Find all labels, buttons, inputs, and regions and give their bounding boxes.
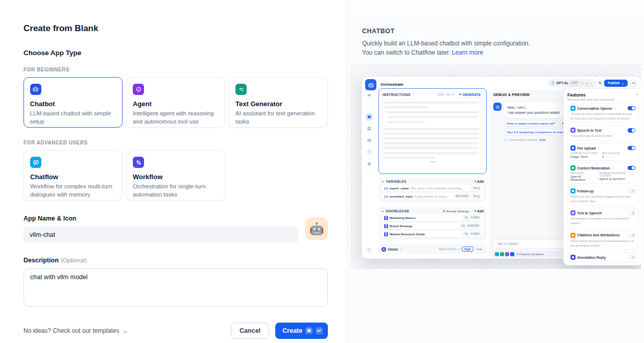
app-type-card-chatflow[interactable]: Chatflow Workflow for complex multi-turn… [23, 150, 123, 201]
knowledge-row: Market Research Guide HQ · HYBRID [381, 231, 484, 237]
generate-label: GENERATE [462, 93, 481, 96]
feature-desc: Show source document and attributed sect… [570, 239, 635, 248]
notes-icon: ▤ [366, 137, 373, 144]
app-type-description: Intelligent agent with reasoning and aut… [133, 109, 219, 126]
app-icon-picker[interactable]: 🤖 [305, 217, 328, 240]
history-icon: ⟲ [630, 80, 637, 86]
feature-title: Content Moderation [577, 166, 610, 170]
feature-toggle [628, 106, 635, 111]
feature-toggle [628, 233, 635, 238]
feature-title: Speech to Text [577, 129, 602, 132]
app-type-card-text-generator[interactable]: Text Generator AI assistant for text gen… [229, 77, 328, 128]
app-type-card-chatbot[interactable]: Chatbot LLM-based chatbot with simple se… [23, 77, 123, 128]
knowledge-tag: HQ · INVERTED [460, 224, 481, 228]
model-provider-icon [551, 81, 555, 85]
app-type-card-workflow[interactable]: Workflow Orchestration for single-turn a… [126, 150, 225, 201]
create-button[interactable]: Create ⌘ ↵ [275, 323, 328, 339]
app-type-description: Workflow for complex multi-turn dialogue… [30, 182, 116, 199]
rerank-settings-button: ⇅ Rerank Settings [443, 209, 469, 213]
knowledge-section: ⌄ KNOWLEDGE ⇅ Rerank Settings + Add Mark… [378, 207, 487, 240]
section-for-advanced-users: FOR ADVANCED USERS [23, 140, 328, 145]
variable-type-chip: String [471, 194, 481, 199]
app-type-card-agent[interactable]: Agent Intelligent agent with reasoning a… [126, 77, 225, 128]
opener-icon: ⊙ [504, 138, 507, 142]
chatbot-icon [30, 84, 41, 95]
dataset-icon [384, 232, 388, 236]
app-robot-icon [365, 79, 376, 90]
app-name-block: App Name & Icon 🤖 [23, 215, 328, 243]
app-name-input[interactable] [23, 227, 298, 243]
feature-toggle [628, 166, 635, 170]
variable-desc: A placeholder for topics... [414, 194, 452, 198]
app-type-preview-panel: CHATBOT Quickly build an LLM-based chatb… [347, 0, 644, 343]
dataset-icon [384, 224, 388, 228]
app-type-name: Chatflow [30, 173, 116, 181]
variable-braces-icon: {x} [384, 187, 388, 190]
app-type-name: Workflow [133, 173, 219, 181]
tune-icon: ⇅ [598, 81, 602, 85]
learn-more-link[interactable]: Learn more [452, 49, 483, 56]
create-button-label: Create [282, 327, 302, 334]
variable-row: {x} unrelated_topic A placeholder for to… [381, 193, 484, 200]
choose-app-type-heading: Choose App Type [23, 49, 328, 57]
cancel-button[interactable]: Cancel [231, 323, 269, 339]
feature-toggle [628, 128, 635, 133]
enter-key-icon: ↵ [316, 327, 323, 334]
frame-icon: ▢ [366, 247, 373, 254]
description-textarea[interactable]: chat with vllm model [23, 268, 328, 307]
feature-title: Text to Speech [577, 211, 602, 215]
model-selector: GPT-4o CHAT ⌄ [548, 79, 595, 87]
moderation-dot-icon [500, 252, 504, 256]
info-icon: ⓘ [412, 93, 415, 96]
meta-label: SUPPORT FILE TYPES [570, 152, 598, 155]
feature-follow-up: Follow-up Setting up next questions sugg… [567, 186, 638, 206]
feature-toggle [628, 211, 635, 215]
swap-icon: ⇄ [366, 92, 373, 99]
description-optional-label: (Optional) [61, 257, 87, 263]
variables-label: VARIABLES [386, 180, 407, 183]
variable-braces-icon: {x} [384, 195, 388, 198]
chevron-down-icon: ⌄ [622, 81, 624, 85]
chatflow-icon [30, 157, 41, 168]
image-icon: ▨ [366, 125, 373, 132]
globe-icon: ◍ [366, 160, 373, 167]
workflow-icon [133, 157, 144, 168]
meta-label: MAX UPLOADS [602, 152, 620, 155]
knowledge-name: Marketing Basics [390, 216, 416, 219]
content-moderation-icon [570, 165, 576, 170]
features-subtitle: Enhance web app user experience [567, 98, 638, 101]
rerank-label: Rerank Settings [446, 209, 469, 213]
preview-panel-header-strip [348, 0, 644, 19]
clipboard-icon: ⎘ [452, 93, 455, 96]
follow-up-icon [570, 188, 576, 193]
publish-button: Publish ⌄ [604, 80, 628, 87]
arrow-right-icon: → [122, 327, 128, 334]
orchestrate-title: Orchestrate [380, 82, 403, 87]
caret-down-icon: ⌄ [381, 209, 385, 213]
info-icon: ⓘ [611, 166, 614, 169]
conversation-opener-label: Conversation Opener [509, 138, 538, 141]
knowledge-tag: HQ · HYBRID [463, 232, 481, 236]
meta-label: PROVIDER [570, 172, 595, 175]
chatbot-preview-image: Orchestrate GPT-4o CHAT ⌄ ⇅ Publish ⌄ [350, 64, 641, 269]
resolution-low-option: Low [475, 247, 484, 251]
feature-desc: You are an entity extraction model that … [570, 112, 635, 120]
feature-title: Annotation Reply [577, 256, 606, 259]
info-icon: ⓘ [457, 248, 460, 251]
meta-label: ENABLED MODERATE CONTENT [600, 172, 635, 177]
app-type-description: AI assistant for text generation tasks [235, 109, 321, 126]
token-count: 2182 [438, 93, 444, 96]
feature-title: File Upload [577, 146, 596, 150]
variable-braces-icon: {x} [446, 93, 450, 96]
templates-link[interactable]: No ideas? Check out our templates → [23, 327, 128, 334]
meta-value: Image, Docs [570, 155, 598, 158]
description-label: Description [23, 257, 59, 264]
description-block: Description (Optional) chat with vllm mo… [23, 255, 328, 309]
knowledge-name: Market Research Guide [390, 232, 425, 236]
rerank-icon: ⇅ [443, 209, 445, 213]
feature-file-upload: File Upload ⓘ SUPPORT FILE TYPES Image, … [567, 143, 638, 161]
feature-toggle [628, 146, 635, 151]
model-name: GPT-4o [556, 81, 568, 85]
app-name-label: App Name & Icon [23, 215, 298, 222]
orchestrate-tab-icon: ▣ [366, 113, 373, 120]
